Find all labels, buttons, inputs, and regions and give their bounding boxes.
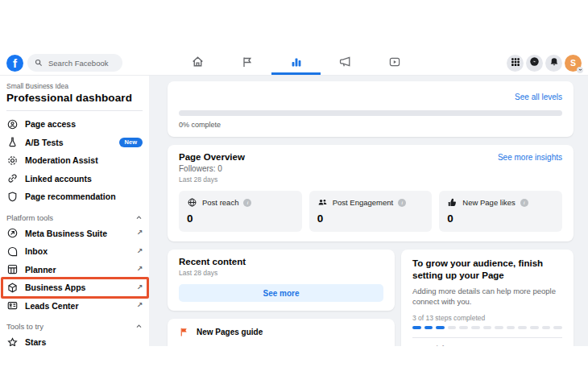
top-right-actions: S: [507, 55, 582, 72]
see-more-button[interactable]: See more: [179, 284, 383, 302]
globe-icon: [187, 197, 197, 208]
bar-chart-icon: [290, 56, 303, 71]
recent-content-card: Recent content Last 28 days See more: [168, 250, 395, 311]
external-link-icon: ↗: [136, 266, 143, 273]
chat-bubble-icon: [6, 246, 19, 258]
messenger-icon: [529, 56, 540, 69]
tab-insights[interactable]: [271, 51, 321, 75]
chevron-up-icon[interactable]: [135, 214, 143, 221]
tab-video[interactable]: [370, 51, 419, 75]
section-label: Tools to try: [6, 322, 43, 331]
new-pages-guide-card: New Pages guide Easily switch between yo…: [168, 319, 395, 346]
steps-summary: 3 of 13 steps completed: [412, 314, 562, 322]
sidebar-item-inbox[interactable]: Inbox ↗: [6, 242, 143, 261]
metric-post-engagement[interactable]: Post Engagement i 0: [309, 191, 433, 232]
steps-progress: [412, 326, 562, 329]
sidebar-item-planner[interactable]: Planner ↗: [6, 261, 143, 279]
main-nav: [173, 51, 419, 75]
thumbs-up-icon: [447, 197, 458, 208]
sidebar-item-leads-center[interactable]: Leads Center ↗: [6, 297, 143, 316]
levels-progress-label: 0% complete: [179, 121, 562, 129]
info-icon[interactable]: i: [398, 199, 406, 207]
step-segment: [530, 326, 539, 329]
sidebar-item-label: Business Apps: [25, 283, 85, 292]
step-segment: [471, 326, 480, 329]
info-icon[interactable]: i: [243, 199, 251, 207]
step-segment: [507, 326, 516, 329]
external-link-icon: ↗: [136, 248, 143, 255]
facebook-logo-icon[interactable]: f: [6, 55, 23, 72]
step-segment: [495, 326, 503, 329]
star-icon: [6, 336, 19, 346]
guide-title: New Pages guide: [197, 328, 263, 336]
step-segment: [518, 326, 527, 329]
person-circle-icon: [6, 118, 19, 130]
search-box[interactable]: [27, 54, 122, 72]
planner-grid-icon: [6, 263, 19, 275]
followers-count: Followers: 0: [179, 164, 562, 173]
step-segment: [542, 326, 551, 329]
sidebar-item-business-apps[interactable]: Business Apps ↗: [6, 279, 143, 297]
overview-title: Page Overview: [179, 152, 245, 162]
see-all-levels-link[interactable]: See all levels: [515, 93, 562, 101]
sidebar-divider: [6, 110, 143, 111]
overview-period: Last 28 days: [179, 175, 562, 184]
menu-grid-button[interactable]: [507, 55, 524, 72]
sidebar-item-page-recommendation[interactable]: Page recommendation: [6, 188, 143, 206]
metric-post-reach[interactable]: Post reach i 0: [179, 191, 302, 232]
sidebar-item-linked-accounts[interactable]: Linked accounts: [6, 170, 143, 188]
section-tools-to-try: Tools to try: [6, 322, 143, 331]
shield-icon: [6, 191, 19, 203]
levels-progress-bar: [179, 110, 562, 116]
sidebar-item-moderation-assist[interactable]: Moderation Assist: [6, 151, 143, 170]
sidebar-item-label: Leads Center: [25, 301, 79, 311]
chevron-up-icon[interactable]: [135, 323, 143, 330]
sidebar-item-label: Page access: [25, 119, 76, 129]
info-icon[interactable]: i: [520, 199, 528, 207]
external-link-icon: ↗: [136, 229, 143, 237]
tab-ads[interactable]: [321, 51, 370, 75]
grow-audience-card: To grow your audience, finish setting up…: [401, 250, 574, 346]
account-avatar[interactable]: S: [565, 55, 582, 72]
step-segment: [424, 326, 433, 329]
search-input[interactable]: [47, 58, 115, 68]
step-segment: [412, 326, 421, 329]
metric-value: 0: [317, 213, 424, 225]
link-icon: [6, 172, 19, 184]
step-segment: [483, 326, 492, 329]
sidebar-item-label: Linked accounts: [25, 174, 92, 184]
page-overview-card: Page Overview See more insights Follower…: [168, 145, 574, 241]
metric-value: 0: [187, 213, 294, 225]
content-row: Small Business Idea Professional dashboa…: [0, 75, 588, 346]
step-segment: [448, 326, 457, 329]
home-icon: [191, 55, 205, 71]
cube-icon: [6, 282, 19, 294]
metric-new-page-likes[interactable]: New Page likes i 0: [439, 191, 562, 232]
page-title: Professional dashboard: [6, 92, 143, 104]
sidebar: Small Business Idea Professional dashboa…: [0, 76, 149, 346]
tab-home[interactable]: [173, 51, 222, 75]
sidebar-item-meta-business-suite[interactable]: Meta Business Suite ↗: [6, 225, 143, 243]
avatar-initial: S: [570, 58, 576, 68]
orange-flag-icon: [179, 327, 189, 337]
video-icon: [388, 56, 401, 71]
new-badge: New: [119, 138, 143, 147]
sidebar-item-page-access[interactable]: Page access: [6, 115, 143, 134]
page-name: Small Business Idea: [6, 82, 143, 90]
sidebar-item-stars[interactable]: Stars: [6, 333, 143, 346]
sidebar-item-label: Moderation Assist: [25, 155, 98, 165]
recent-content-title: Recent content: [179, 257, 383, 266]
sidebar-item-ab-tests[interactable]: A/B Tests New: [6, 134, 143, 152]
section-establish-identity[interactable]: 3 steps left Establish your Page's ident…: [412, 337, 562, 346]
step-segment: [553, 326, 562, 329]
recent-content-period: Last 28 days: [179, 269, 383, 277]
main-content: See all levels 0% complete Page Overview…: [149, 76, 588, 346]
circle-arrow-icon: [6, 227, 19, 239]
tab-pages[interactable]: [222, 51, 271, 75]
grow-description: Adding more details can help more people…: [412, 286, 562, 307]
section-label: Platform tools: [6, 213, 53, 222]
sidebar-item-label: Stars: [25, 337, 46, 346]
notifications-button[interactable]: [545, 55, 562, 72]
messenger-button[interactable]: [526, 55, 543, 72]
see-more-insights-link[interactable]: See more insights: [498, 153, 562, 162]
